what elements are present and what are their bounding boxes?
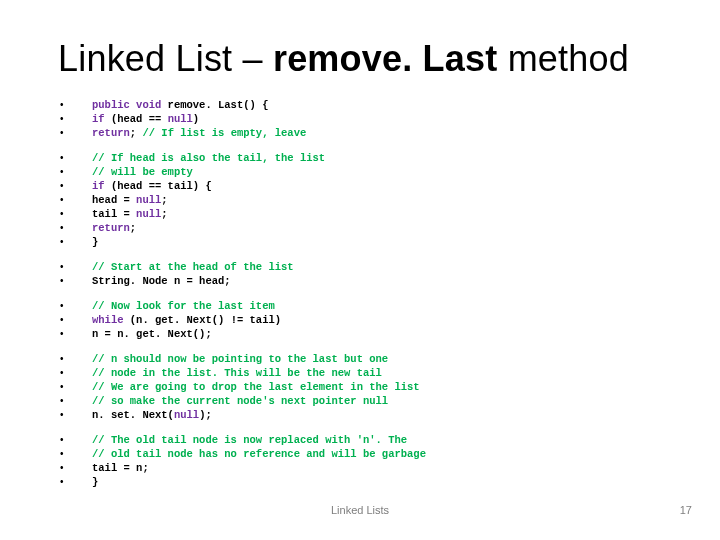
code-text: n = n. get. Next(); bbox=[92, 327, 212, 341]
code-text: // We are going to drop the last element… bbox=[92, 380, 420, 394]
code-text: while (n. get. Next() != tail) bbox=[92, 313, 281, 327]
code-text: n. set. Next(null); bbox=[92, 408, 212, 422]
code-block: •// If head is also the tail, the list•/… bbox=[58, 151, 662, 249]
code-line: •// Now look for the last item bbox=[58, 299, 662, 313]
code-line: •if (head == null) bbox=[58, 112, 662, 126]
code-line: •// old tail node has no reference and w… bbox=[58, 447, 662, 461]
code-line: •// Start at the head of the list bbox=[58, 260, 662, 274]
code-text: public void remove. Last() { bbox=[92, 98, 268, 112]
bullet-icon: • bbox=[58, 366, 92, 380]
bullet-icon: • bbox=[58, 408, 92, 422]
bullet-icon: • bbox=[58, 327, 92, 341]
bullet-icon: • bbox=[58, 394, 92, 408]
code-block: •public void remove. Last() {•if (head =… bbox=[58, 98, 662, 140]
bullet-icon: • bbox=[58, 165, 92, 179]
slide: Linked List – remove. Last method •publi… bbox=[0, 0, 720, 540]
bullet-icon: • bbox=[58, 112, 92, 126]
code-line: •head = null; bbox=[58, 193, 662, 207]
code-text: return; bbox=[92, 221, 136, 235]
code-text: tail = null; bbox=[92, 207, 168, 221]
bullet-icon: • bbox=[58, 98, 92, 112]
code-line: •n = n. get. Next(); bbox=[58, 327, 662, 341]
bullet-icon: • bbox=[58, 207, 92, 221]
code-text: return; // If list is empty, leave bbox=[92, 126, 306, 140]
code-text: // n should now be pointing to the last … bbox=[92, 352, 388, 366]
bullet-icon: • bbox=[58, 433, 92, 447]
code-text: String. Node n = head; bbox=[92, 274, 231, 288]
code-text: if (head == tail) { bbox=[92, 179, 212, 193]
code-text: // The old tail node is now replaced wit… bbox=[92, 433, 407, 447]
code-text: // node in the list. This will be the ne… bbox=[92, 366, 382, 380]
code-block: •// n should now be pointing to the last… bbox=[58, 352, 662, 422]
bullet-icon: • bbox=[58, 313, 92, 327]
code-line: •// The old tail node is now replaced wi… bbox=[58, 433, 662, 447]
code-line: •String. Node n = head; bbox=[58, 274, 662, 288]
code-block: •// The old tail node is now replaced wi… bbox=[58, 433, 662, 489]
code-text: // will be empty bbox=[92, 165, 193, 179]
bullet-icon: • bbox=[58, 352, 92, 366]
code-text: // If head is also the tail, the list bbox=[92, 151, 325, 165]
code-text: } bbox=[92, 475, 98, 489]
bullet-icon: • bbox=[58, 235, 92, 249]
title-suffix: method bbox=[497, 38, 628, 79]
code-text: // Start at the head of the list bbox=[92, 260, 294, 274]
code-line: •while (n. get. Next() != tail) bbox=[58, 313, 662, 327]
code-line: •} bbox=[58, 235, 662, 249]
bullet-icon: • bbox=[58, 274, 92, 288]
bullet-icon: • bbox=[58, 179, 92, 193]
code-line: •tail = n; bbox=[58, 461, 662, 475]
bullet-icon: • bbox=[58, 151, 92, 165]
code-text: head = null; bbox=[92, 193, 168, 207]
bullet-icon: • bbox=[58, 221, 92, 235]
title-prefix: Linked List – bbox=[58, 38, 273, 79]
footer-page-number: 17 bbox=[680, 504, 692, 516]
page-title: Linked List – remove. Last method bbox=[58, 38, 662, 80]
bullet-icon: • bbox=[58, 260, 92, 274]
code-text: // Now look for the last item bbox=[92, 299, 275, 313]
bullet-icon: • bbox=[58, 193, 92, 207]
code-line: •// We are going to drop the last elemen… bbox=[58, 380, 662, 394]
code-line: •// n should now be pointing to the last… bbox=[58, 352, 662, 366]
title-bold: remove. Last bbox=[273, 38, 498, 79]
code-line: •// so make the current node's next poin… bbox=[58, 394, 662, 408]
code-line: •} bbox=[58, 475, 662, 489]
code-line: •if (head == tail) { bbox=[58, 179, 662, 193]
bullet-icon: • bbox=[58, 126, 92, 140]
code-text: // old tail node has no reference and wi… bbox=[92, 447, 426, 461]
code-line: •n. set. Next(null); bbox=[58, 408, 662, 422]
code-text: if (head == null) bbox=[92, 112, 199, 126]
bullet-icon: • bbox=[58, 299, 92, 313]
footer-center: Linked Lists bbox=[0, 504, 720, 516]
code-line: •return; // If list is empty, leave bbox=[58, 126, 662, 140]
code-line: •return; bbox=[58, 221, 662, 235]
code-blocks: •public void remove. Last() {•if (head =… bbox=[58, 98, 662, 489]
code-line: •// node in the list. This will be the n… bbox=[58, 366, 662, 380]
code-line: •tail = null; bbox=[58, 207, 662, 221]
code-text: tail = n; bbox=[92, 461, 149, 475]
code-block: •// Now look for the last item•while (n.… bbox=[58, 299, 662, 341]
code-text: } bbox=[92, 235, 98, 249]
code-line: •// If head is also the tail, the list bbox=[58, 151, 662, 165]
bullet-icon: • bbox=[58, 380, 92, 394]
bullet-icon: • bbox=[58, 447, 92, 461]
code-block: •// Start at the head of the list•String… bbox=[58, 260, 662, 288]
bullet-icon: • bbox=[58, 461, 92, 475]
bullet-icon: • bbox=[58, 475, 92, 489]
code-line: •// will be empty bbox=[58, 165, 662, 179]
code-line: •public void remove. Last() { bbox=[58, 98, 662, 112]
code-text: // so make the current node's next point… bbox=[92, 394, 388, 408]
